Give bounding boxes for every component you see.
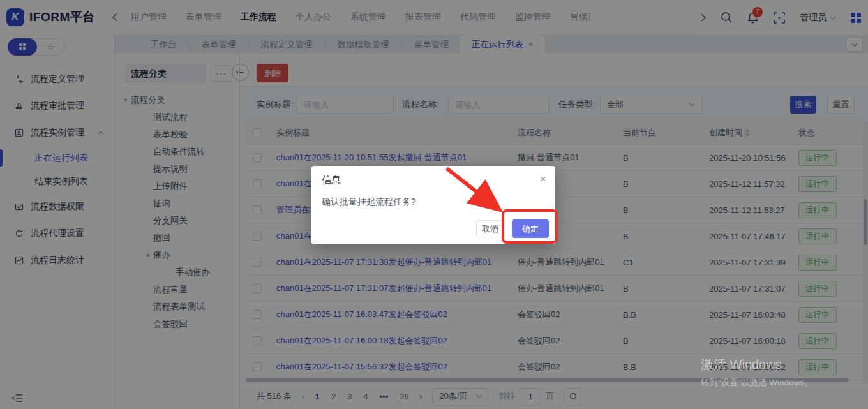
app-window: K IFORM平台 用户管理表单管理工作流程个人办公系统管理报表管理代码管理监控… xyxy=(0,0,868,409)
dialog-message: 确认批量挂起流程任务? xyxy=(322,197,416,208)
dialog-title: 信息 xyxy=(322,174,341,186)
confirm-dialog: 信息 × 确认批量挂起流程任务? 取消 确定 xyxy=(311,166,555,244)
confirm-button[interactable]: 确定 xyxy=(512,219,549,238)
cancel-button[interactable]: 取消 xyxy=(476,220,504,237)
close-icon[interactable]: × xyxy=(540,173,546,186)
